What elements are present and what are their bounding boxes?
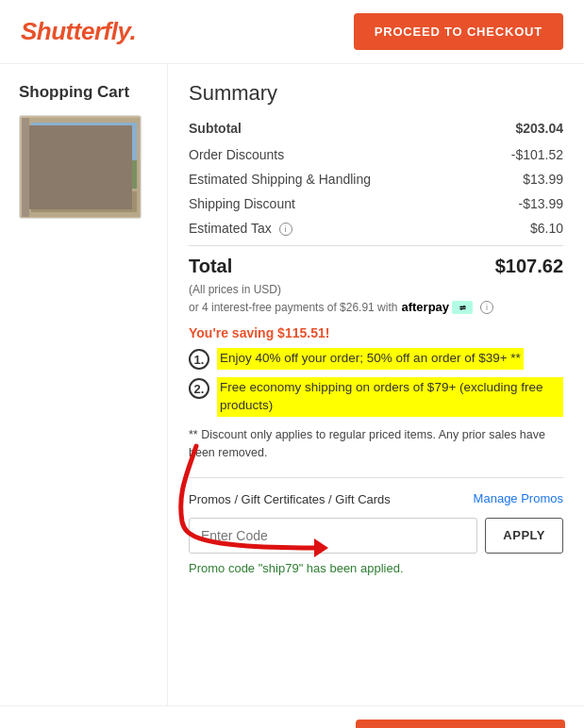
order-discounts-value: -$101.52 [511,147,563,162]
svg-text:AMERICAN WEST: AMERICAN WEST [47,130,112,136]
total-label: Total [189,256,232,277]
logo: Shutterfly. [21,17,136,46]
shipping-discount-row: Shipping Discount -$13.99 [189,196,563,211]
shipping-value: $13.99 [523,172,563,187]
afterpay-icon: ⇌ [452,301,473,314]
promo-input-row: APPLY [189,518,563,554]
svg-rect-2 [29,118,140,217]
promos-label: Promos / Gift Certificates / Gift Cards [189,491,391,508]
svg-text:PHOTO BOOK: PHOTO BOOK [56,200,103,206]
svg-point-11 [86,172,92,178]
total-value: $107.62 [495,256,563,277]
afterpay-info-icon[interactable]: i [480,301,493,314]
subtotal-row: Subtotal $203.04 [189,121,563,136]
checkout-button-bottom[interactable]: PROCEED TO CHECKOUT [356,720,565,728]
promo-code-input[interactable] [189,518,477,554]
order-discounts-label: Order Discounts [189,147,284,162]
shipping-row: Estimated Shipping & Handling $13.99 [189,172,563,187]
svg-text:⇌: ⇌ [459,304,466,312]
subtotal-value: $203.04 [515,121,563,136]
total-row: Total $107.62 [189,256,563,277]
afterpay-logo: afterpay ⇌ [401,300,473,314]
tax-value: $6.10 [530,221,563,236]
tax-info-icon[interactable]: i [279,223,292,236]
svg-text:JUL 2019: JUL 2019 [68,138,92,142]
promo-text-2: Free economy shipping on orders of $79+ … [217,377,563,417]
apply-button[interactable]: APPLY [485,518,563,554]
checkout-button-top[interactable]: PROCEED TO CHECKOUT [354,13,563,50]
subtotal-label: Subtotal [189,121,242,136]
svg-point-13 [98,174,104,180]
afterpay-text: or 4 interest-free payments of $26.91 wi… [189,301,397,314]
photo-book-svg: AMERICAN WEST JUL 2019 PHOTO BOOK [22,118,140,217]
disclaimer-text: ** Discount only applies to regular pric… [189,426,563,462]
shopping-cart-title: Shopping Cart [19,83,158,102]
shipping-discount-value: -$13.99 [519,196,563,211]
promo-text-1: Enjoy 40% off your order; 50% off an ord… [217,348,524,370]
order-discounts-row: Order Discounts -$101.52 [189,147,563,162]
promo-item-1: 1. Enjoy 40% off your order; 50% off an … [189,348,563,370]
footer: Stack the free shipping code! PROCEED TO… [0,705,584,728]
price-note: (All prices in USD) [189,283,563,296]
promo-number-1: 1. [189,349,209,370]
content-area: Summary Subtotal $203.04 Order Discounts… [168,64,584,705]
svg-rect-3 [31,123,137,174]
header: Shutterfly. PROCEED TO CHECKOUT [0,0,584,64]
summary-panel: Summary Subtotal $203.04 Order Discounts… [168,64,584,592]
svg-point-7 [61,171,69,178]
promos-header: Promos / Gift Certificates / Gift Cards … [189,491,563,508]
svg-rect-5 [50,137,107,174]
tax-label: Estimated Tax i [189,221,292,236]
shipping-discount-label: Shipping Discount [189,196,295,211]
photo-book-thumbnail: AMERICAN WEST JUL 2019 PHOTO BOOK [22,118,140,217]
svg-rect-4 [31,160,137,189]
summary-divider [189,245,563,246]
svg-rect-8 [75,178,81,189]
svg-rect-0 [22,118,140,217]
svg-rect-10 [87,177,93,189]
tax-row: Estimated Tax i $6.10 [189,221,563,236]
promo-item-2: 2. Free economy shipping on orders of $7… [189,377,563,417]
svg-rect-6 [61,176,69,189]
manage-promos-link[interactable]: Manage Promos [474,491,563,505]
cart-item-image: AMERICAN WEST JUL 2019 PHOTO BOOK [19,115,142,219]
promo-applied-text: Promo code "ship79" has been applied. [189,561,563,575]
svg-rect-12 [98,179,104,189]
summary-title: Summary [189,81,563,106]
promos-section: Promos / Gift Certificates / Gift Cards … [189,477,563,575]
afterpay-row: or 4 interest-free payments of $26.91 wi… [189,300,563,314]
svg-point-9 [74,173,80,179]
sidebar: Shopping Cart [0,64,168,705]
promo-number-2: 2. [189,378,209,399]
svg-rect-1 [22,118,29,217]
shipping-label: Estimated Shipping & Handling [189,172,371,187]
savings-text: You're saving $115.51! [189,325,563,340]
svg-rect-16 [31,191,137,212]
